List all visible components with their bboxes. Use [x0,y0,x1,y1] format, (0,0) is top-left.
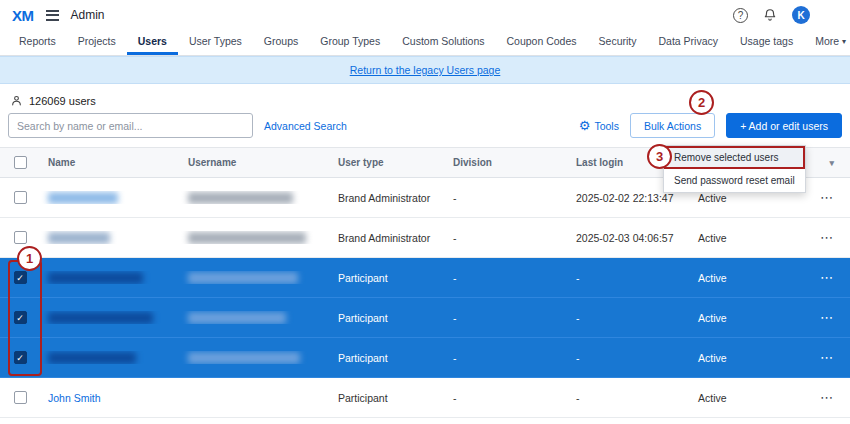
apps-grid-icon[interactable] [825,9,838,22]
division-cell: - [445,272,568,284]
last-login-cell: - [568,272,690,284]
row-menu-icon[interactable]: ⋯ [820,270,834,285]
bulk-actions-menu: Remove selected users Send password rese… [663,145,806,193]
redacted-username [188,272,298,284]
advanced-search-link[interactable]: Advanced Search [264,120,347,132]
status-cell: Active [690,352,790,364]
notifications-bell-icon[interactable] [763,8,777,22]
tab-group-types[interactable]: Group Types [309,30,391,55]
tab-usage-tags[interactable]: Usage tags [729,30,804,55]
annotation-step-3: 3 [647,144,672,169]
annotation-step-1: 1 [17,246,42,271]
annotation-box-checkboxes [8,260,42,376]
help-icon[interactable]: ? [733,8,748,23]
table-row[interactable]: Brand Administrator - 2025-02-03 04:06:5… [0,218,850,258]
bulk-actions-button[interactable]: Bulk Actions [630,113,715,138]
tab-coupon-codes[interactable]: Coupon Codes [496,30,588,55]
last-login-cell: - [568,352,690,364]
header-name: Name [40,157,180,168]
user-type-cell: Brand Administrator [330,232,445,244]
gear-icon: ⚙ [579,119,591,132]
tab-user-types[interactable]: User Types [178,30,253,55]
status-cell: Active [690,272,790,284]
row-menu-icon[interactable]: ⋯ [820,350,834,365]
redacted-username [188,312,286,324]
tab-more[interactable]: More ▾ [804,30,850,55]
last-login-cell: - [568,392,690,404]
name-cell [40,311,180,324]
row-checkbox[interactable] [14,391,27,404]
redacted-name [48,232,110,244]
menu-item-remove-selected-users[interactable]: Remove selected users [664,146,805,169]
search-input[interactable] [8,113,253,138]
header-username: Username [180,157,330,168]
tab-groups[interactable]: Groups [253,30,309,55]
users-count-row: 126069 users [0,84,850,111]
user-name-link[interactable]: John Smith [48,392,101,404]
division-cell: - [445,232,568,244]
table-row-selected[interactable]: ✓ Participant - - Active ⋯ [0,338,850,378]
legacy-users-link[interactable]: Return to the legacy Users page [350,64,501,76]
division-cell: - [445,392,568,404]
username-cell [180,191,330,204]
tools-button[interactable]: ⚙ Tools [579,119,619,132]
annotation-step-2: 2 [689,90,714,115]
username-cell [180,271,330,284]
name-cell [40,191,180,204]
username-cell [180,311,330,324]
tab-custom-solutions[interactable]: Custom Solutions [391,30,495,55]
division-cell: - [445,192,568,204]
tab-users[interactable]: Users [127,30,178,55]
xm-logo: XM [12,7,34,24]
topbar: XM Admin ? K [0,0,850,30]
name-cell [40,351,180,364]
tab-reports[interactable]: Reports [8,30,67,55]
menu-item-send-password-reset-email[interactable]: Send password reset email [664,169,805,192]
user-type-cell: Participant [330,352,445,364]
status-cell: Active [690,192,790,204]
last-login-cell: 2025-02-03 04:06:57 [568,232,690,244]
redacted-name [48,312,153,324]
redacted-username [188,352,300,364]
division-cell: - [445,312,568,324]
tab-security[interactable]: Security [588,30,648,55]
add-or-edit-users-button[interactable]: + Add or edit users [726,113,842,138]
user-type-cell: Participant [330,312,445,324]
row-checkbox[interactable] [14,191,27,204]
name-cell [40,231,180,244]
redacted-name [48,192,118,204]
tab-more-label: More [815,35,839,47]
row-menu-icon[interactable]: ⋯ [820,190,834,205]
columns-chevron-icon[interactable]: ▾ [829,158,834,168]
row-menu-icon[interactable]: ⋯ [820,310,834,325]
table-row-selected[interactable]: ✓ Participant - - Active ⋯ [0,258,850,298]
name-cell [40,271,180,284]
tab-data-privacy[interactable]: Data Privacy [648,30,730,55]
redacted-username [188,192,293,204]
hamburger-menu-icon[interactable] [46,10,59,21]
status-cell: Active [690,312,790,324]
tools-label: Tools [594,120,619,132]
table-row[interactable]: John Smith Participant - - Active ⋯ [0,378,850,418]
row-menu-icon[interactable]: ⋯ [820,390,834,405]
admin-nav: Reports Projects Users User Types Groups… [0,30,850,56]
legacy-banner: Return to the legacy Users page [0,56,850,84]
redacted-name [48,272,143,284]
redacted-username [188,232,306,244]
name-cell: John Smith [40,392,180,404]
table-row-selected[interactable]: ✓ Participant - - Active ⋯ [0,298,850,338]
users-count: 126069 users [29,95,96,107]
tab-projects[interactable]: Projects [67,30,127,55]
row-menu-icon[interactable]: ⋯ [820,230,834,245]
username-cell [180,351,330,364]
redacted-name [48,352,136,364]
avatar[interactable]: K [792,6,810,24]
username-cell [180,231,330,244]
last-login-cell: 2025-02-02 22:13:47 [568,192,690,204]
last-login-cell: - [568,312,690,324]
row-checkbox[interactable] [14,231,27,244]
users-count-icon [10,94,23,107]
select-all-checkbox[interactable] [14,156,27,169]
division-cell: - [445,352,568,364]
users-toolbar: Advanced Search ⚙ Tools Bulk Actions + A… [0,111,850,147]
